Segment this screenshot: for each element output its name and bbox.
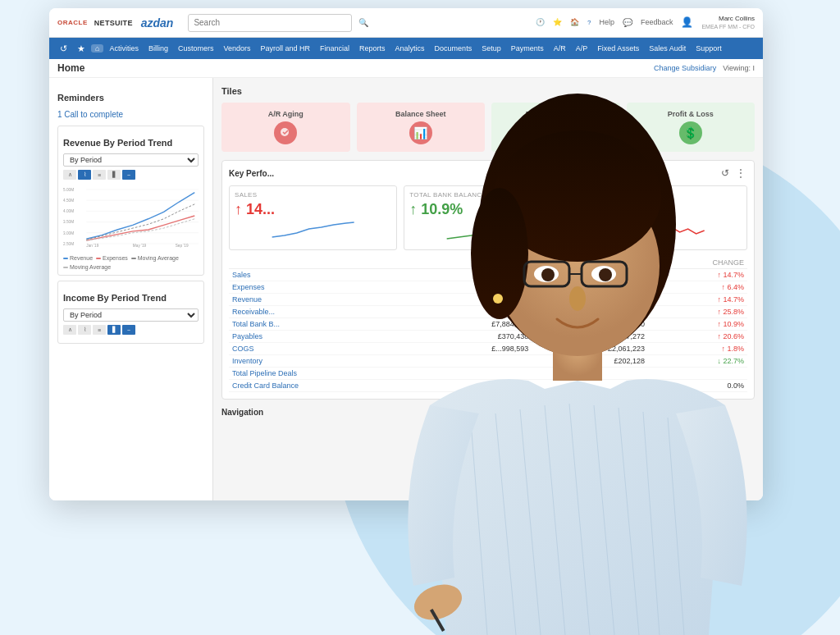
revenue-chart-svg: 5.00M 4.50M 4.00M 3.50M 3.00M 2.50M — [63, 183, 199, 249]
feedback-icon[interactable]: 💬 — [623, 18, 632, 27]
chart-type-area[interactable]: ~ — [122, 170, 135, 180]
income-chart-bar-h[interactable]: ≡ — [93, 325, 106, 335]
svg-text:3.50M: 3.50M — [63, 220, 74, 224]
svg-point-12 — [569, 286, 586, 311]
svg-text:2.50M: 2.50M — [63, 242, 74, 246]
nav-support[interactable]: Support — [692, 44, 726, 53]
clock-icon[interactable]: 🕐 — [536, 18, 545, 26]
nav-reports[interactable]: Reports — [355, 44, 390, 53]
chart-type-line[interactable]: ⌇ — [78, 170, 91, 180]
nav-customers[interactable]: Customers — [174, 44, 218, 53]
legend-moving-avg-1: Moving Average — [131, 255, 179, 261]
income-chart-line[interactable]: ⌇ — [78, 325, 91, 335]
star-icon[interactable]: ⭐ — [553, 18, 562, 26]
viewing-label: Viewing: I — [723, 64, 755, 72]
income-chart-type-icons: ∧ ⌇ ≡ ▋ ~ — [63, 325, 199, 335]
home-icon[interactable]: 🏠 — [570, 18, 579, 26]
kpi-title: Key Perfo... — [229, 169, 274, 178]
nav-payroll[interactable]: Payroll and HR — [257, 44, 315, 53]
nav-financial[interactable]: Financial — [316, 44, 354, 53]
revenue-trend-title: Revenue By Period Trend — [63, 138, 199, 148]
revenue-period-select[interactable]: By Period — [63, 153, 199, 167]
legend-moving-avg-2: Moving Average — [63, 264, 111, 270]
nav-analytics[interactable]: Analytics — [391, 44, 429, 53]
nav-vendors[interactable]: Vendors — [219, 44, 254, 53]
sidebar: Reminders 1 Call to complete Revenue By … — [49, 78, 213, 500]
search-icon[interactable]: 🔍 — [358, 18, 368, 27]
user-name: Marc Collins — [701, 15, 755, 23]
top-bar: ORACLE NETSUITE azdan 🔍 🕐 ⭐ 🏠 ? Help 💬 F… — [49, 8, 763, 38]
user-icon[interactable]: 👤 — [681, 16, 693, 28]
svg-text:3.00M: 3.00M — [63, 231, 74, 235]
nav-payments[interactable]: Payments — [507, 44, 548, 53]
oracle-logo: ORACLE — [57, 19, 88, 26]
nav-bar: ↺ ★ ⌂ Activities Billing Customers Vendo… — [49, 38, 763, 59]
azdan-logo: azdan — [141, 16, 174, 30]
nav-documents[interactable]: Documents — [431, 44, 477, 53]
page-title: Home — [57, 62, 84, 74]
feedback-label: Feedback — [641, 18, 673, 26]
chart-legend: Revenue Expenses Moving Average Moving A… — [63, 255, 199, 270]
income-chart-area[interactable]: ~ — [122, 325, 135, 335]
chart-type-icons: ∧ ⌇ ≡ ▋ ~ — [63, 170, 199, 180]
reminders-link[interactable]: 1 Call to complete — [57, 110, 123, 119]
top-content-bar: Home Change Subsidiary Viewing: I — [49, 59, 763, 78]
person-image — [364, 77, 791, 635]
change-subsidiary-link[interactable]: Change Subsidiary — [654, 64, 716, 72]
user-role: EMEA FF MM - CFO — [701, 23, 755, 30]
nav-fixed-assets[interactable]: Fixed Assets — [593, 44, 643, 53]
svg-text:4.00M: 4.00M — [63, 209, 74, 213]
svg-point-40 — [281, 128, 289, 136]
nav-ar[interactable]: A/R — [550, 44, 570, 53]
chart-type-bar-h[interactable]: ≡ — [93, 170, 106, 180]
income-period-select[interactable]: By Period — [63, 308, 199, 322]
chart-type-mountain[interactable]: ∧ — [63, 170, 76, 180]
search-input[interactable] — [188, 14, 352, 32]
nav-sales-audit[interactable]: Sales Audit — [645, 44, 690, 53]
legend-revenue: Revenue — [63, 255, 93, 261]
svg-text:5.00M: 5.00M — [63, 188, 74, 192]
svg-text:Jan '19: Jan '19 — [86, 244, 98, 248]
svg-point-13 — [493, 294, 503, 304]
nav-home[interactable]: ⌂ — [91, 44, 103, 53]
income-trend-title: Income By Period Trend — [63, 293, 199, 303]
nav-ap[interactable]: A/P — [572, 44, 592, 53]
reminders-title: Reminders — [57, 93, 204, 103]
income-chart-mountain[interactable]: ∧ — [63, 325, 76, 335]
svg-text:May '19: May '19 — [133, 244, 147, 248]
netsuite-logo: NETSUITE — [94, 19, 133, 27]
svg-point-11 — [599, 268, 612, 281]
income-trend-chart: Income By Period Trend By Period ∧ ⌇ ≡ ▋… — [57, 281, 204, 344]
income-chart-bar-v[interactable]: ▋ — [107, 325, 121, 335]
svg-text:4.50M: 4.50M — [63, 199, 74, 203]
tile-ar-label: A/R Aging — [268, 110, 304, 118]
svg-text:Sep '19: Sep '19 — [176, 244, 189, 248]
tile-ar-aging[interactable]: A/R Aging — [221, 103, 350, 152]
nav-billing[interactable]: Billing — [144, 44, 172, 53]
user-info: Marc Collins EMEA FF MM - CFO — [701, 15, 755, 30]
legend-expenses: Expenses — [96, 255, 128, 261]
chart-type-bar-v[interactable]: ▋ — [107, 170, 121, 180]
nav-activities[interactable]: Activities — [105, 44, 143, 53]
help-label: Help — [599, 18, 614, 26]
svg-point-10 — [541, 268, 555, 281]
top-bar-icons: 🕐 ⭐ 🏠 ? Help 💬 Feedback 👤 Marc Collins E… — [536, 15, 755, 30]
revenue-trend-chart: Revenue By Period Trend By Period ∧ ⌇ ≡ … — [57, 126, 204, 276]
nav-bookmark-icon[interactable]: ★ — [73, 43, 89, 54]
nav-setup[interactable]: Setup — [477, 44, 505, 53]
help-icon[interactable]: ? — [587, 19, 591, 26]
tile-ar-icon — [274, 121, 297, 144]
nav-refresh-icon[interactable]: ↺ — [56, 43, 71, 54]
